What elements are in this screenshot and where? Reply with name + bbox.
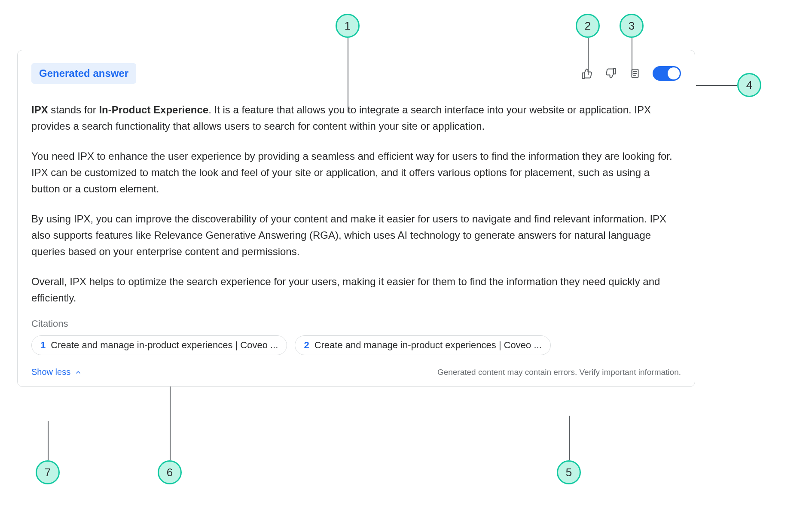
citation-number: 1: [40, 340, 46, 351]
show-less-label: Show less: [31, 367, 70, 377]
disclaimer-text: Generated content may contain errors. Ve…: [437, 368, 681, 377]
callout-2-leader: [588, 38, 589, 75]
callout-bubble-7: 7: [36, 460, 60, 484]
callout-5-leader: [569, 416, 570, 460]
show-less-button[interactable]: Show less: [31, 367, 82, 377]
citations-label: Citations: [31, 318, 681, 329]
callout-bubble-4: 4: [737, 73, 761, 97]
answer-paragraph-1: IPX stands for In-Product Experience. It…: [31, 102, 681, 134]
toggle-knob: [668, 67, 680, 79]
citation-number: 2: [304, 340, 309, 351]
citations-row: 1 Create and manage in-product experienc…: [31, 335, 681, 355]
card-footer: Show less Generated content may contain …: [31, 367, 681, 377]
citation-2[interactable]: 2 Create and manage in-product experienc…: [295, 335, 550, 355]
generated-answer-card: Generated answer: [17, 50, 695, 387]
card-header: Generated answer: [31, 61, 681, 86]
header-actions: [580, 66, 681, 81]
callout-bubble-1: 1: [336, 14, 360, 38]
citation-1[interactable]: 1 Create and manage in-product experienc…: [31, 335, 287, 355]
citation-title: Create and manage in-product experiences…: [314, 340, 542, 351]
generated-answer-badge: Generated answer: [31, 63, 136, 84]
callout-bubble-5: 5: [557, 460, 581, 484]
callout-3-leader: [632, 38, 632, 75]
answer-paragraph-3: By using IPX, you can improve the discov…: [31, 211, 681, 260]
chevron-up-icon: [75, 369, 82, 376]
callout-6-leader: [170, 386, 171, 460]
callout-bubble-2: 2: [576, 14, 600, 38]
callout-bubble-3: 3: [620, 14, 644, 38]
citation-title: Create and manage in-product experiences…: [51, 340, 278, 351]
answer-paragraph-4: Overall, IPX helps to optimize the searc…: [31, 274, 681, 306]
callout-4-leader: [696, 85, 737, 86]
callout-7-leader: [48, 421, 49, 460]
answer-body: IPX stands for In-Product Experience. It…: [31, 102, 681, 306]
callout-1-leader: [348, 38, 348, 113]
callout-bubble-6: 6: [158, 460, 182, 484]
copy-icon[interactable]: [629, 67, 641, 80]
answer-toggle[interactable]: [653, 66, 681, 81]
thumbs-down-icon[interactable]: [604, 67, 617, 80]
answer-paragraph-2: You need IPX to enhance the user experie…: [31, 148, 681, 197]
thumbs-up-icon[interactable]: [580, 67, 593, 80]
